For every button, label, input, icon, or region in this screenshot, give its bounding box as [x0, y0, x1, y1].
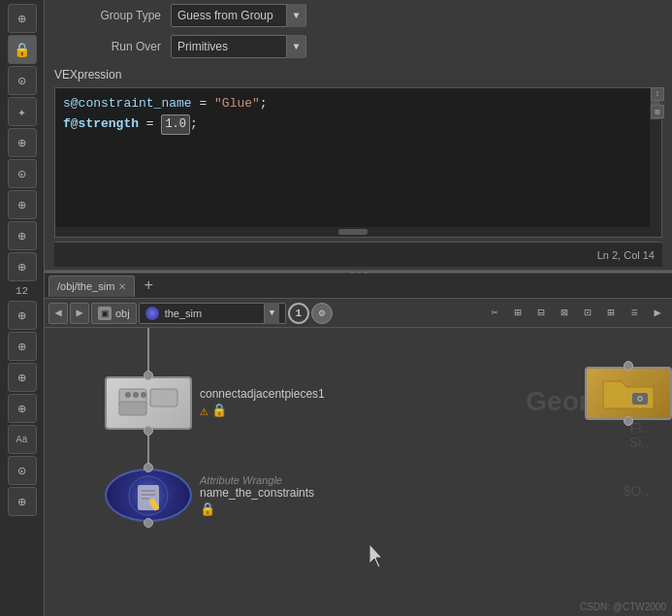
- code-semi-1: ;: [260, 94, 268, 114]
- nav-forward-button[interactable]: ▶: [70, 303, 89, 324]
- node-wrangle-name-constraints[interactable]: Attribute Wrangle name_the_constraints 🔒: [105, 469, 314, 522]
- run-over-value: Primitives: [177, 40, 286, 53]
- code-semi-2: ;: [190, 114, 198, 135]
- path-dropdown-arrow[interactable]: ▼: [264, 303, 279, 324]
- node-wrangle-output-port[interactable]: [144, 518, 153, 528]
- tool-icon-5[interactable]: ⊡: [577, 303, 598, 324]
- tab-close-button[interactable]: ✕: [118, 281, 126, 292]
- node-connect-icon-box: [105, 376, 192, 430]
- node-geometry-body: [585, 367, 672, 420]
- code-var-f: f@strength: [63, 114, 139, 135]
- sidebar-icon-1[interactable]: ⊕: [8, 4, 37, 33]
- main-area: Group Type Guess from Group ▼ Run Over P…: [45, 0, 672, 616]
- tab-obj-sim[interactable]: /obj/the_sim ✕: [48, 276, 135, 297]
- node-connect-output-port[interactable]: [144, 426, 153, 436]
- expand-icon-top[interactable]: ↕: [651, 87, 664, 101]
- node-geometry-input-port[interactable]: [624, 361, 633, 371]
- node-geometry-icon-container: [585, 367, 672, 420]
- code-bottom-bar: [55, 227, 650, 237]
- network-settings-button[interactable]: ⚙: [311, 303, 333, 324]
- svg-rect-4: [119, 402, 146, 415]
- run-over-dropdown[interactable]: Primitives ▼: [171, 35, 306, 58]
- cursor-icon: [369, 544, 385, 567]
- group-type-dropdown[interactable]: Guess from Group ▼: [171, 4, 306, 27]
- node-connect-input-port[interactable]: [144, 371, 153, 380]
- run-over-label: Run Over: [54, 40, 171, 53]
- sidebar-icon-lock[interactable]: 🔒: [8, 35, 37, 64]
- code-line-2: f@strength = 1.0 ;: [63, 114, 654, 135]
- path-node-icon: [145, 307, 159, 320]
- code-line-1: s@constraint_name = "Glue" ;: [63, 94, 654, 114]
- svg-point-16: [639, 398, 641, 400]
- obj-path-button[interactable]: ▣ obj: [91, 303, 137, 324]
- obj-path-icon: ▣: [98, 307, 112, 320]
- sidebar-icon-11[interactable]: ⊕: [8, 332, 37, 361]
- editor-cursor-pos: Ln 2, Col 14: [597, 249, 655, 261]
- tool-icon-6[interactable]: ⊞: [600, 303, 622, 324]
- tool-icon-7[interactable]: ≡: [624, 303, 645, 324]
- tool-icon-4[interactable]: ⊠: [554, 303, 575, 324]
- sidebar-icon-10[interactable]: ⊕: [8, 301, 37, 330]
- sidebar-icon-7[interactable]: ⊕: [8, 190, 37, 219]
- node-wrangle-name-label: name_the_constraints: [200, 486, 314, 500]
- node-connect-body: connectadjacentpieces1 ⚠ 🔒: [105, 376, 325, 430]
- sidebar-icon-6[interactable]: ⊙: [8, 159, 37, 188]
- sidebar-icon-9[interactable]: ⊕: [8, 252, 37, 281]
- node-graph-panel: /obj/the_sim ✕ + ◀ ▶ ▣ obj the_sim ▼: [45, 274, 672, 616]
- tab-add-button[interactable]: +: [139, 276, 158, 296]
- node-geometry-icon-box: [585, 367, 672, 420]
- sidebar-icon-12[interactable]: ⊕: [8, 363, 37, 392]
- network-number-button[interactable]: 1: [288, 303, 309, 324]
- group-type-value: Guess from Group: [177, 9, 286, 22]
- run-over-arrow[interactable]: ▼: [286, 35, 305, 58]
- node-wrangle-icon: [105, 469, 192, 522]
- sidebar-icon-8[interactable]: ⊕: [8, 221, 37, 250]
- sidebar-icon-5[interactable]: ⊕: [8, 128, 37, 157]
- sidebar-icon-text[interactable]: Aa: [8, 425, 37, 454]
- svg-marker-17: [369, 544, 382, 567]
- sidebar-icon-13[interactable]: ⊕: [8, 394, 37, 423]
- code-number-value: 1.0: [161, 114, 190, 135]
- node-wrangle-status-icons: 🔒: [200, 502, 314, 517]
- node-connect-name: connectadjacentpieces1: [200, 387, 325, 401]
- ghost-si-text: Si...: [629, 435, 653, 450]
- path-value: the_sim: [165, 308, 264, 319]
- code-editor[interactable]: s@constraint_name = "Glue" ; f@strength …: [54, 87, 662, 238]
- node-geometry[interactable]: [585, 367, 672, 420]
- sidebar-icon-14[interactable]: ⊙: [8, 456, 37, 485]
- svg-point-7: [141, 392, 146, 398]
- tool-icon-2[interactable]: ⊞: [507, 303, 528, 324]
- sidebar-number: 12: [16, 285, 28, 297]
- node-graph-canvas[interactable]: Geometry Fi... Si... $O...: [45, 328, 672, 616]
- code-string-glue: "Glue": [214, 94, 260, 114]
- node-connect-status-icons: ⚠ 🔒: [200, 403, 325, 419]
- sidebar-icon-4[interactable]: ✦: [8, 97, 37, 126]
- watermark: CSDN: @CTW2000: [580, 601, 666, 612]
- svg-point-5: [125, 392, 131, 398]
- node-connect-lock-icon: 🔒: [211, 403, 227, 419]
- network-toolbar: ◀ ▶ ▣ obj the_sim ▼ 1 ⚙ ✂ ⊞: [45, 299, 672, 328]
- tool-icon-3[interactable]: ⊟: [530, 303, 552, 324]
- expand-icons: ↕ ⊞: [651, 87, 664, 118]
- node-connect-warning-icon: ⚠: [200, 403, 208, 419]
- group-type-arrow[interactable]: ▼: [286, 4, 305, 27]
- svg-rect-3: [150, 389, 177, 406]
- tool-icon-8[interactable]: ▶: [647, 303, 668, 324]
- ghost-fi-text: Fi...: [630, 420, 653, 436]
- group-type-label: Group Type: [54, 9, 171, 22]
- sidebar-icon-15[interactable]: ⊕: [8, 487, 37, 516]
- properties-panel: Group Type Guess from Group ▼ Run Over P…: [45, 0, 672, 272]
- node-wrangle-input-port[interactable]: [144, 463, 153, 472]
- node-connect-adjacent[interactable]: connectadjacentpieces1 ⚠ 🔒: [105, 376, 325, 430]
- code-resize-handle[interactable]: [338, 229, 368, 235]
- tool-icon-1[interactable]: ✂: [484, 303, 505, 324]
- obj-path-label: obj: [115, 308, 130, 319]
- tab-bar: /obj/the_sim ✕ +: [45, 274, 672, 299]
- path-input[interactable]: the_sim ▼: [139, 303, 286, 324]
- nav-back-button[interactable]: ◀: [48, 303, 68, 324]
- sidebar-icon-3[interactable]: ⊙: [8, 66, 37, 95]
- run-over-row: Run Over Primitives ▼: [45, 31, 672, 62]
- expand-icon-bottom[interactable]: ⊞: [651, 105, 664, 118]
- code-content: s@constraint_name = "Glue" ; f@strength …: [55, 88, 661, 141]
- node-geometry-output-port[interactable]: [624, 416, 633, 426]
